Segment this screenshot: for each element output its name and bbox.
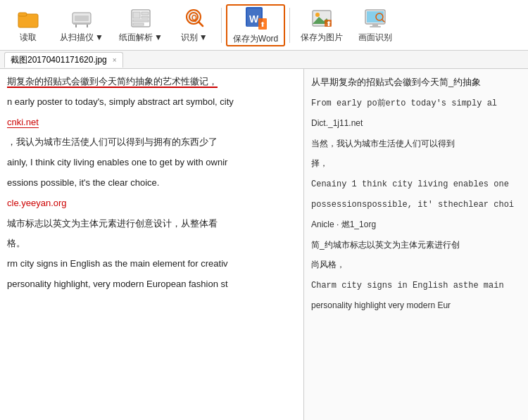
left-line-9: 格。 — [7, 238, 25, 248]
svg-rect-5 — [75, 25, 77, 27]
layout-button[interactable]: 纸面解析 ▼ — [113, 4, 169, 46]
svg-text:⬆: ⬆ — [326, 20, 332, 27]
left-block-1: 期复杂的招贴式会徽到今天简约抽象的艺术性徽记， — [7, 75, 296, 89]
left-pane: 期复杂的招贴式会徽到今天简约抽象的艺术性徽记， n early poster t… — [0, 69, 304, 420]
right-block-8: Anicle · 燃1_1org — [311, 217, 521, 231]
right-line-8: Anicle · 燃1_1org — [311, 219, 376, 229]
left-line-2: n early poster to today's, simply abstra… — [7, 96, 234, 107]
file-tab[interactable]: 截图20170401171620.jpg × — [4, 52, 123, 68]
left-block-9: 格。 — [7, 236, 296, 251]
left-block-3: cnki.net — [7, 115, 296, 130]
scan-dropdown-arrow: ▼ — [95, 32, 103, 42]
svg-rect-11 — [133, 20, 149, 22]
left-line-7: cle.yeeyan.org — [7, 198, 67, 208]
right-block-2: From early po前erto today's simply al — [311, 96, 521, 110]
right-block-1: 从早期复杂的招贴式会徽到今天简_约抽象 — [311, 75, 521, 90]
right-line-12: personality highlight very modern Eur — [311, 300, 451, 310]
svg-line-15 — [199, 22, 203, 26]
toolbar-separator-2 — [289, 8, 290, 43]
scan-button[interactable]: 从扫描仪 ▼ — [54, 4, 110, 46]
svg-rect-8 — [133, 12, 140, 18]
right-block-7: possessionspossible, it' sthechlear choi — [311, 197, 521, 212]
left-block-10: rm city signs in English as the main ele… — [7, 257, 296, 272]
search-circle-icon: Q — [182, 7, 207, 30]
folder-icon — [15, 7, 41, 30]
left-line-3: cnki.net — [7, 117, 39, 128]
right-block-11: Charm city signs in English asthe main — [311, 278, 521, 293]
right-block-3: Dict._1j11.net — [311, 116, 521, 130]
svg-rect-6 — [87, 25, 88, 27]
left-block-5: ainly, I think city living enables one t… — [7, 155, 296, 170]
right-line-5: 择， — [311, 158, 328, 168]
right-line-2: From early po前erto today's simply al — [311, 98, 497, 108]
left-block-8: 城市标志以英文为主体元素进行创意设计，从整体看 — [7, 217, 296, 231]
left-line-8: 城市标志以英文为主体元素进行创意设计，从整体看 — [7, 218, 218, 229]
screen-icon — [363, 7, 388, 30]
content-area: 期复杂的招贴式会徽到今天简约抽象的艺术性徽记， n early poster t… — [0, 69, 528, 420]
right-line-4: 当然，我认为城市生活使人们可以得到 — [311, 139, 455, 148]
right-block-5: 择， — [311, 156, 521, 170]
svg-rect-1 — [18, 13, 27, 16]
layout-dropdown-arrow: ▼ — [154, 32, 163, 42]
left-block-7: cle.yeeyan.org — [7, 196, 296, 211]
right-line-10: 尚风格， — [311, 260, 345, 269]
right-line-11: Charm city signs in English asthe main — [311, 281, 504, 291]
recognize-dropdown-arrow: ▼ — [199, 32, 208, 42]
image-icon: ⬆ — [309, 7, 334, 30]
left-block-2: n early poster to today's, simply abstra… — [7, 95, 296, 110]
svg-rect-29 — [367, 11, 384, 23]
tabbar: 截图20170401171620.jpg × — [0, 51, 528, 69]
left-block-11: personality highlight, very modern Europ… — [7, 277, 296, 292]
toolbar: 读取 从扫描仪 ▼ — [0, 0, 528, 51]
svg-rect-10 — [142, 16, 149, 18]
scanner-icon — [69, 7, 94, 30]
left-line-4: ，我认为城市生活使人们可以得到与拥有的东西少了 — [7, 136, 218, 147]
save-image-button[interactable]: ⬆ 保存为图片 — [294, 4, 349, 46]
svg-point-24 — [315, 13, 320, 17]
svg-text:W: W — [249, 13, 259, 25]
word-icon: W ⬆ — [243, 6, 268, 31]
left-line-10: rm city signs in English as the main ele… — [7, 258, 228, 269]
right-line-7: possessionspossible, it' sthechlear choi — [311, 200, 514, 210]
right-line-9: 简_约城市标志以英文为主体元素进行创 — [311, 240, 460, 250]
left-line-11: personality highlight, very modern Europ… — [7, 279, 228, 289]
screen-recognize-button[interactable]: 画面识别 — [352, 4, 398, 46]
right-block-4: 当然，我认为城市生活使人们可以得到 — [311, 136, 521, 151]
recognize-button[interactable]: Q 识别 ▼ — [172, 4, 217, 46]
layout-icon — [128, 7, 153, 30]
svg-rect-30 — [372, 24, 378, 26]
svg-rect-4 — [73, 23, 90, 25]
svg-text:Q: Q — [191, 14, 197, 22]
tab-filename: 截图20170401171620.jpg — [11, 54, 107, 66]
left-line-5: ainly, I think city living enables one t… — [7, 157, 227, 167]
left-line-1: 期复杂的招贴式会徽到今天简约抽象的艺术性徽记， — [7, 76, 218, 88]
svg-rect-3 — [75, 15, 89, 21]
right-line-1: 从早期复杂的招贴式会徽到今天简_约抽象 — [311, 77, 481, 87]
tab-close-button[interactable]: × — [113, 56, 117, 64]
right-block-9: 简_约城市标志以英文为主体元素进行创 — [311, 238, 521, 252]
left-block-6: essions possible, it's the clear choice. — [7, 176, 296, 191]
svg-rect-9 — [142, 12, 149, 15]
left-block-4: ，我认为城市生活使人们可以得到与拥有的东西少了 — [7, 135, 296, 150]
right-block-12: personality highlight very modern Eur — [311, 298, 521, 312]
svg-rect-31 — [370, 26, 381, 27]
right-line-3: Dict._1j11.net — [311, 118, 363, 128]
toolbar-separator-1 — [221, 8, 222, 43]
svg-text:⬆: ⬆ — [260, 21, 265, 28]
read-button[interactable]: 读取 — [6, 4, 51, 46]
left-line-6: essions possible, it's the clear choice. — [7, 177, 159, 188]
right-line-6: Cenainy 1 think city living enables one — [311, 179, 509, 189]
save-word-button[interactable]: W ⬆ 保存为Word — [226, 4, 285, 46]
right-block-10: 尚风格， — [311, 257, 521, 272]
right-block-6: Cenainy 1 think city living enables one — [311, 177, 521, 191]
right-pane: 从早期复杂的招贴式会徽到今天简_约抽象 From early po前erto t… — [304, 69, 528, 420]
svg-rect-12 — [133, 23, 144, 25]
